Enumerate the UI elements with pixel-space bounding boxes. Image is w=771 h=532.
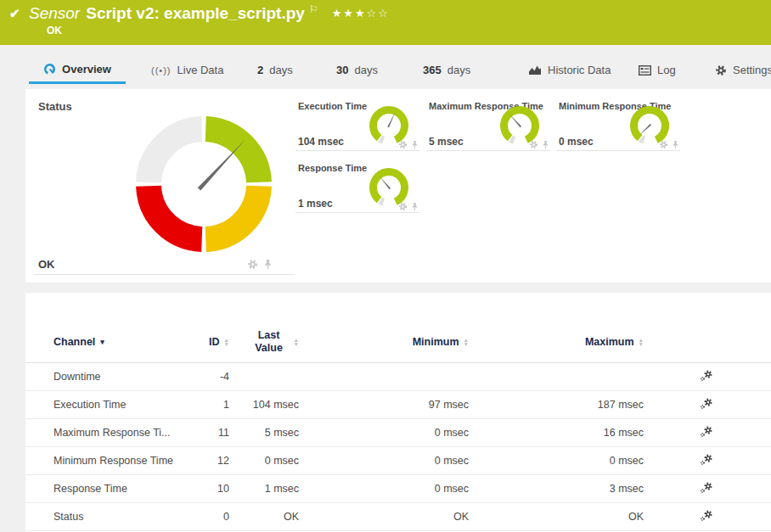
gauge-value: 104 msec [298, 136, 344, 148]
gear-icon[interactable] [247, 259, 258, 270]
channel-last-value [229, 362, 299, 390]
channel-minimum: 0 msec [299, 418, 469, 446]
tab-bar: Overview ((•)) Live Data 2 days 30 days … [0, 45, 771, 89]
tab-2-days[interactable]: 2 days [257, 56, 293, 84]
channel-minimum: 97 msec [299, 390, 469, 418]
column-header-channel[interactable]: Channel▾ [25, 322, 195, 362]
table-row: Status 0 OK OK OK [25, 502, 771, 530]
mini-gauge-minimum-response-time: Minimum Response Time 0 msec [556, 99, 680, 151]
tab-historic-data[interactable]: Historic Data [528, 56, 611, 84]
tab-30-days[interactable]: 30 days [336, 56, 378, 84]
channel-last-value: 5 msec [229, 418, 299, 446]
tab-settings[interactable]: Settings [715, 56, 771, 84]
gauge-value: 0 msec [559, 136, 594, 148]
gauge-segment-warning [205, 186, 259, 239]
gauge-needle [198, 138, 246, 190]
pin-icon[interactable] [672, 140, 679, 149]
channel-settings-gears-icon[interactable] [700, 509, 713, 522]
sort-icon: ▲▼ [294, 338, 299, 346]
channel-minimum: OK [299, 502, 469, 530]
status-ok-check-icon: ✔ [9, 6, 20, 21]
gear-icon[interactable] [659, 140, 668, 149]
divider [34, 274, 295, 275]
tab-label: Historic Data [548, 64, 611, 76]
column-header-last-value[interactable]: Last Value▲▼ [229, 322, 299, 362]
tab-label: days [447, 64, 470, 76]
channel-settings-gears-icon[interactable] [700, 481, 713, 494]
table-row: Execution Time 1 104 msec 97 msec 187 ms… [25, 390, 771, 418]
column-label: ID [209, 336, 220, 348]
sensor-status-text: OK [47, 25, 62, 36]
tab-365-days[interactable]: 365 days [423, 56, 470, 84]
page-title: Script v2: example_script.py [86, 4, 305, 22]
priority-flag-icon[interactable]: ⚐ [309, 3, 318, 15]
channel-maximum: 3 msec [469, 474, 644, 502]
gear-icon[interactable] [398, 140, 408, 149]
gauge-label: Response Time [298, 163, 367, 173]
tab-label: days [269, 64, 292, 76]
channel-name: Status [25, 502, 195, 530]
channel-last-value: 0 msec [229, 446, 299, 474]
gear-icon[interactable] [398, 202, 408, 211]
tab-label: days [354, 64, 377, 76]
channel-name: Maximum Response Ti... [25, 418, 195, 446]
tab-log[interactable]: Log [639, 56, 676, 84]
table-row: Response Time 10 1 msec 0 msec 3 msec [25, 474, 771, 502]
channel-id: 12 [195, 446, 229, 474]
tab-label: Overview [62, 63, 111, 76]
table-header-row: Channel▾ ID▲▼ Last Value▲▼ Minimum▲▼ Max… [25, 322, 771, 362]
column-header-id[interactable]: ID▲▼ [195, 322, 229, 362]
gauge-segment-inactive [149, 129, 202, 182]
live-data-icon: ((•)) [151, 65, 172, 76]
channel-last-value: OK [229, 502, 299, 530]
column-header-actions [644, 322, 771, 362]
channel-name: Response Time [25, 474, 195, 502]
gauge-icon [43, 63, 56, 76]
area-chart-icon [528, 64, 542, 76]
tab-live-data[interactable]: ((•)) Live Data [151, 56, 223, 84]
channel-settings-gears-icon[interactable] [700, 425, 713, 438]
pin-icon[interactable] [263, 259, 273, 270]
log-list-icon [639, 65, 651, 76]
column-label: Last Value [249, 329, 290, 355]
channel-id: 1 [195, 390, 229, 418]
channel-maximum [469, 362, 644, 390]
channel-last-value: 104 msec [229, 390, 299, 418]
channel-settings-gears-icon[interactable] [700, 397, 713, 410]
channel-name: Execution Time [25, 390, 195, 418]
channel-maximum: 0 msec [469, 446, 644, 474]
column-header-minimum[interactable]: Minimum▲▼ [299, 322, 469, 362]
channel-maximum: 16 msec [469, 418, 644, 446]
overview-gauges-panel: Status OK Execution Time [25, 89, 771, 283]
gauge-controls [398, 202, 419, 211]
status-panel-controls [247, 259, 273, 270]
channel-minimum [299, 362, 469, 390]
pin-icon[interactable] [542, 140, 549, 149]
channel-minimum: 0 msec [299, 446, 469, 474]
gauge-needle [639, 124, 652, 137]
gauge-value: 5 msec [429, 136, 464, 148]
channel-settings-gears-icon[interactable] [700, 453, 713, 466]
tab-overview[interactable]: Overview [29, 56, 126, 84]
sort-descending-icon: ▾ [100, 338, 104, 346]
channel-settings-gears-icon[interactable] [700, 369, 713, 382]
mini-gauge-maximum-response-time: Maximum Response Time 5 msec [426, 99, 550, 151]
column-header-maximum[interactable]: Maximum▲▼ [469, 322, 644, 362]
sort-icon: ▲▼ [639, 338, 644, 346]
sensor-header: ✔ SensorScript v2: example_script.py⚐★★★… [0, 0, 771, 45]
status-gauge-title: Status [38, 100, 72, 113]
tab-number: 2 [257, 64, 263, 76]
channel-id: 11 [195, 418, 229, 446]
tab-label: Log [657, 64, 676, 76]
tab-number: 30 [336, 64, 348, 76]
column-label: Maximum [585, 336, 634, 348]
pin-icon[interactable] [411, 140, 419, 149]
pin-icon[interactable] [411, 202, 419, 211]
tab-number: 365 [423, 64, 442, 76]
tab-label: Live Data [177, 64, 224, 76]
gauge-controls [398, 140, 419, 149]
gear-icon[interactable] [529, 140, 538, 149]
priority-stars-rating[interactable]: ★★★☆☆ [332, 7, 390, 20]
channel-id: 0 [195, 502, 229, 530]
gauge-value: 1 msec [298, 198, 333, 210]
